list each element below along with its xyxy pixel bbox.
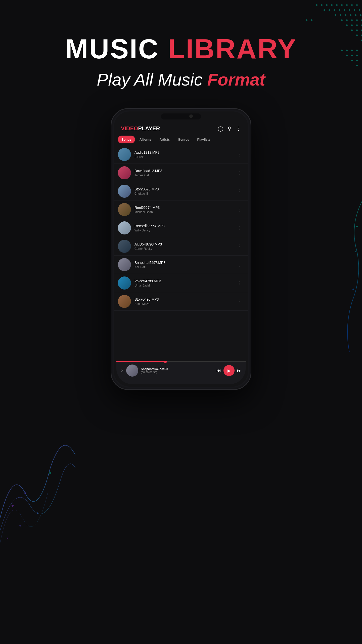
svg-point-26 xyxy=(346,19,348,21)
song-item-4[interactable]: Recording564.MP3 Willy Dency ⋮ xyxy=(114,219,248,237)
svg-point-31 xyxy=(346,24,348,26)
player-time: (00:30/01:30) xyxy=(141,371,214,374)
svg-point-6 xyxy=(326,4,328,6)
svg-point-30 xyxy=(351,24,353,26)
svg-point-27 xyxy=(341,19,343,21)
song-item-1[interactable]: Download12.MP3 James Cat ⋮ xyxy=(114,164,248,182)
song-artist-1: James Cat xyxy=(134,174,236,177)
title-area: MUSIC LIBRARY Play All Music Format xyxy=(0,33,362,89)
song-avatar-0 xyxy=(118,148,131,161)
rewind-button[interactable]: ⏮ xyxy=(216,368,221,373)
song-item-7[interactable]: Voice54789.MP3 Umar Javid ⋮ xyxy=(114,274,248,292)
logo-player: PLAYER xyxy=(138,125,160,132)
more-icon[interactable]: ⋮ xyxy=(236,126,241,132)
song-artist-4: Willy Dency xyxy=(134,229,236,232)
svg-point-0 xyxy=(356,4,358,6)
svg-point-54 xyxy=(7,538,8,539)
bottom-player: ✕ Snapchat5497.MP3 (00:30/01:30) ⏮ ▶ ⏭ xyxy=(116,361,246,384)
svg-point-9 xyxy=(359,9,360,11)
svg-point-53 xyxy=(49,472,51,474)
song-info-6: Snapchat5497.MP3 Keil Patil xyxy=(134,261,236,269)
song-artist-8: Sons Mirza xyxy=(134,302,236,306)
song-menu-1[interactable]: ⋮ xyxy=(236,169,244,177)
svg-point-17 xyxy=(360,14,361,16)
song-title-5: AUD548793.MP3 xyxy=(134,242,236,246)
svg-point-57 xyxy=(355,251,356,252)
song-menu-8[interactable]: ⋮ xyxy=(236,298,244,305)
song-avatar-5 xyxy=(118,240,131,253)
song-avatar-8 xyxy=(118,295,131,308)
svg-point-1 xyxy=(351,4,353,6)
svg-point-55 xyxy=(19,525,21,527)
song-item-2[interactable]: Story0578.MP3 Chukael B ⋮ xyxy=(114,182,248,200)
song-artist-3: Michael Bean xyxy=(134,210,236,214)
song-item-0[interactable]: Audio1212.MP3 B Prek ⋮ xyxy=(114,145,248,164)
tab-albums[interactable]: Albums xyxy=(136,136,155,143)
svg-point-7 xyxy=(321,4,323,6)
song-artist-6: Keil Patil xyxy=(134,265,236,269)
song-avatar-3 xyxy=(118,203,131,216)
title-library: LIBRARY xyxy=(168,33,297,64)
bg-wave-left xyxy=(0,418,75,594)
svg-point-24 xyxy=(356,19,358,21)
song-menu-2[interactable]: ⋮ xyxy=(236,187,244,195)
svg-point-51 xyxy=(24,492,26,494)
player-close-button[interactable]: ✕ xyxy=(120,368,124,373)
svg-point-5 xyxy=(331,4,333,6)
svg-point-25 xyxy=(351,19,353,21)
song-artist-2: Chukael B xyxy=(134,192,236,195)
svg-point-38 xyxy=(311,19,312,21)
svg-point-4 xyxy=(336,4,338,6)
song-avatar-6 xyxy=(118,258,131,271)
svg-point-22 xyxy=(335,14,336,16)
song-menu-7[interactable]: ⋮ xyxy=(236,279,244,287)
song-item-8[interactable]: Story5498.MP3 Sons Mirza ⋮ xyxy=(114,292,248,311)
header-icons: ◯ ⚲ ⋮ xyxy=(218,126,241,132)
tab-artists[interactable]: Artists xyxy=(156,136,173,143)
song-menu-4[interactable]: ⋮ xyxy=(236,224,244,232)
song-avatar-2 xyxy=(118,185,131,198)
player-info: Snapchat5497.MP3 (00:30/01:30) xyxy=(141,367,214,374)
song-menu-6[interactable]: ⋮ xyxy=(236,261,244,268)
song-menu-3[interactable]: ⋮ xyxy=(236,206,244,213)
svg-point-2 xyxy=(346,4,348,6)
play-button[interactable]: ▶ xyxy=(223,365,235,376)
song-avatar-7 xyxy=(118,276,131,290)
song-title-2: Story0578.MP3 xyxy=(134,187,236,191)
svg-point-3 xyxy=(341,4,343,6)
song-title-4: Recording564.MP3 xyxy=(134,224,236,228)
tab-genres[interactable]: Genres xyxy=(174,136,193,143)
subtitle-format: Format xyxy=(207,70,265,89)
search-icon[interactable]: ⚲ xyxy=(228,126,232,132)
song-item-3[interactable]: Reel65674.MP3 Michael Bean ⋮ xyxy=(114,200,248,219)
svg-point-20 xyxy=(345,14,346,16)
song-title-3: Reel65674.MP3 xyxy=(134,206,236,210)
song-info-0: Audio1212.MP3 B Prek xyxy=(134,150,236,159)
svg-point-16 xyxy=(324,9,325,11)
svg-point-12 xyxy=(344,9,345,11)
song-avatar-4 xyxy=(118,221,131,234)
forward-button[interactable]: ⏭ xyxy=(237,368,242,373)
phone-outer: VIDEOPLAYER ◯ ⚲ ⋮ Songs Albums Artists G… xyxy=(111,108,251,390)
tab-songs[interactable]: Songs xyxy=(118,136,135,143)
song-info-8: Story5498.MP3 Sons Mirza xyxy=(134,297,236,306)
progress-bar[interactable] xyxy=(116,361,246,362)
song-title-6: Snapchat5497.MP3 xyxy=(134,261,236,265)
svg-point-13 xyxy=(339,9,340,11)
song-menu-5[interactable]: ⋮ xyxy=(236,243,244,250)
subtitle-text: Play All Music xyxy=(97,70,207,89)
svg-point-21 xyxy=(340,14,341,16)
song-item-5[interactable]: AUD548793.MP3 Carter Rocky ⋮ xyxy=(114,237,248,256)
svg-point-29 xyxy=(356,24,358,26)
shield-icon[interactable]: ◯ xyxy=(218,126,223,132)
svg-point-8 xyxy=(316,4,318,6)
song-info-4: Recording564.MP3 Willy Dency xyxy=(134,224,236,232)
svg-point-11 xyxy=(349,9,350,11)
song-item-6[interactable]: Snapchat5497.MP3 Keil Patil ⋮ xyxy=(114,256,248,274)
svg-point-33 xyxy=(356,29,358,31)
song-menu-0[interactable]: ⋮ xyxy=(236,151,244,158)
player-controls: ✕ Snapchat5497.MP3 (00:30/01:30) ⏮ ▶ ⏭ xyxy=(116,362,246,384)
tab-playlists[interactable]: Playlists xyxy=(194,136,214,143)
svg-point-15 xyxy=(329,9,330,11)
song-title-7: Voice54789.MP3 xyxy=(134,279,236,283)
